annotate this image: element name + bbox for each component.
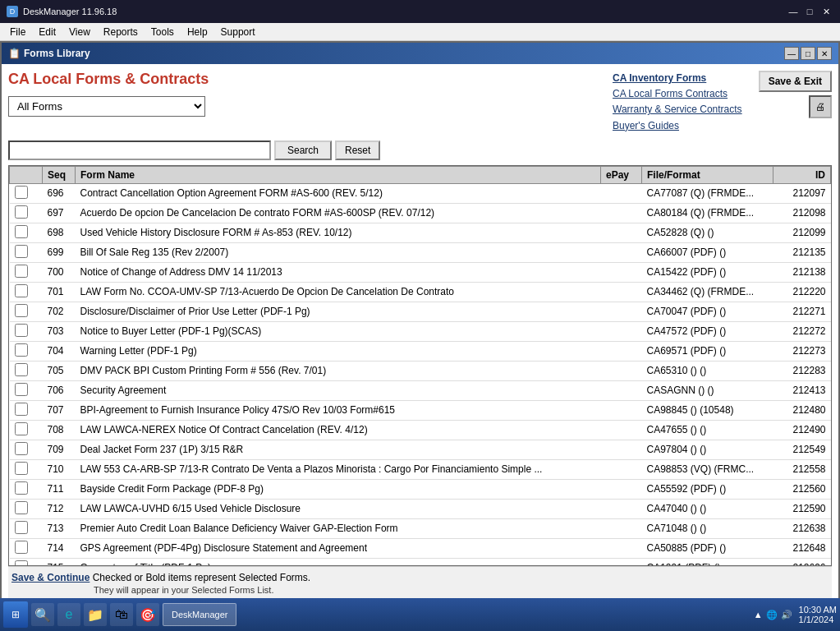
row-checkbox[interactable] [15, 422, 28, 435]
row-seq: 701 [43, 282, 76, 302]
menu-support[interactable]: Support [214, 25, 262, 39]
row-checkbox-cell[interactable] [10, 262, 43, 282]
row-form-name: Contract Cancellation Option Agreement F… [76, 183, 601, 203]
row-checkbox[interactable] [15, 383, 28, 396]
search-input[interactable] [8, 140, 271, 160]
window-title-text: Forms Library [24, 48, 90, 59]
row-checkbox-cell[interactable] [10, 223, 43, 242]
taskbar-deskmanager-app[interactable]: DeskManager [163, 603, 236, 608]
link-buyers-guides[interactable]: Buyer's Guides [613, 118, 679, 134]
minimize-button[interactable]: — [786, 5, 801, 18]
row-checkbox[interactable] [15, 521, 28, 534]
forms-table: Seq Form Name ePay File/Format ID 696 Co… [9, 166, 831, 566]
row-id: 212099 [773, 223, 831, 242]
row-checkbox[interactable] [15, 462, 28, 475]
taskbar-search-icon[interactable]: 🔍 [31, 603, 54, 608]
row-epay [601, 440, 642, 459]
row-checkbox[interactable] [15, 560, 28, 566]
row-checkbox[interactable] [15, 541, 28, 554]
row-checkbox-cell[interactable] [10, 183, 43, 203]
row-checkbox[interactable] [15, 265, 28, 278]
window-close-button[interactable]: ✕ [817, 47, 832, 60]
row-checkbox-cell[interactable] [10, 459, 43, 479]
row-checkbox[interactable] [15, 186, 28, 199]
taskbar-edge-icon[interactable]: e [57, 603, 80, 608]
row-id: 212273 [773, 341, 831, 361]
row-checkbox[interactable] [15, 501, 28, 514]
row-id: 212490 [773, 420, 831, 440]
menu-help[interactable]: Help [181, 25, 214, 39]
row-checkbox[interactable] [15, 403, 28, 416]
row-seq: 714 [43, 538, 76, 558]
taskbar-right: ▲ 🌐 🔊 10:30 AM1/1/2024 [754, 605, 837, 608]
row-checkbox[interactable] [15, 245, 28, 258]
row-checkbox-cell[interactable] [10, 558, 43, 566]
taskbar-store-icon[interactable]: 🛍 [110, 603, 133, 608]
row-checkbox[interactable] [15, 481, 28, 495]
link-ca-local-forms-contracts[interactable]: CA Local Forms Contracts [613, 86, 728, 102]
row-id: 212271 [773, 302, 831, 321]
menu-bar: File Edit View Reports Tools Help Suppor… [0, 23, 840, 41]
row-id: 212097 [773, 183, 831, 203]
link-ca-inventory-forms[interactable]: CA Inventory Forms [613, 71, 706, 86]
row-file-format: CA77087 (Q) (FRMDE... [642, 183, 773, 203]
row-file-format: CA66007 (PDF) () [642, 242, 773, 262]
menu-edit[interactable]: Edit [32, 25, 62, 39]
row-file-format: CA47572 (PDF) () [642, 321, 773, 341]
row-checkbox-cell[interactable] [10, 242, 43, 262]
search-button[interactable]: Search [274, 140, 332, 160]
row-id: 212138 [773, 262, 831, 282]
taskbar: ⊞ 🔍 e 📁 🛍 🎯 DeskManager ▲ 🌐 🔊 10:30 AM1/… [0, 598, 840, 608]
row-id: 212413 [773, 380, 831, 400]
taskbar-explorer-icon[interactable]: 📁 [84, 603, 107, 608]
row-checkbox[interactable] [15, 225, 28, 238]
maximize-button[interactable]: □ [802, 5, 817, 18]
row-checkbox[interactable] [15, 304, 28, 317]
row-form-name: GPS Agreement (PDF-4Pg) Disclosure State… [76, 538, 601, 558]
row-checkbox-cell[interactable] [10, 518, 43, 538]
save-continue-link[interactable]: Save & Continue [11, 572, 90, 583]
save-exit-button[interactable]: Save & Exit [759, 71, 832, 92]
row-form-name: Bill Of Sale Reg 135 (Rev 2/2007) [76, 242, 601, 262]
row-checkbox[interactable] [15, 205, 28, 219]
menu-view[interactable]: View [62, 25, 97, 39]
forms-filter-dropdown[interactable]: All Forms Selected Forms Unselected Form… [8, 96, 205, 117]
row-checkbox-cell[interactable] [10, 400, 43, 420]
row-checkbox-cell[interactable] [10, 440, 43, 459]
window-maximize-button[interactable]: □ [801, 47, 815, 60]
page-title: CA Local Forms & Contracts [8, 71, 209, 88]
row-checkbox-cell[interactable] [10, 538, 43, 558]
row-epay [601, 479, 642, 499]
reset-button[interactable]: Reset [335, 140, 380, 160]
row-checkbox[interactable] [15, 324, 28, 337]
row-checkbox[interactable] [15, 284, 28, 297]
row-checkbox-cell[interactable] [10, 282, 43, 302]
row-id: 212558 [773, 459, 831, 479]
row-checkbox-cell[interactable] [10, 499, 43, 518]
row-id: 212480 [773, 400, 831, 420]
row-checkbox-cell[interactable] [10, 302, 43, 321]
row-checkbox-cell[interactable] [10, 361, 43, 380]
row-checkbox[interactable] [15, 442, 28, 455]
link-warranty-service-contracts[interactable]: Warranty & Service Contracts [613, 102, 742, 117]
row-epay [601, 341, 642, 361]
menu-tools[interactable]: Tools [145, 25, 181, 39]
printer-icon[interactable]: 🖨 [809, 95, 832, 118]
row-seq: 711 [43, 479, 76, 499]
row-form-name: Security Agreement [76, 380, 601, 400]
row-checkbox[interactable] [15, 363, 28, 376]
start-button[interactable]: ⊞ [3, 601, 28, 608]
window-minimize-button[interactable]: — [784, 47, 799, 60]
row-checkbox-cell[interactable] [10, 380, 43, 400]
menu-file[interactable]: File [3, 25, 32, 39]
menu-reports[interactable]: Reports [97, 25, 145, 39]
row-checkbox-cell[interactable] [10, 479, 43, 499]
taskbar-app-icon[interactable]: 🎯 [136, 603, 159, 608]
row-checkbox[interactable] [15, 343, 28, 357]
row-checkbox-cell[interactable] [10, 321, 43, 341]
row-checkbox-cell[interactable] [10, 203, 43, 223]
col-header-seq-num: Seq [43, 166, 76, 183]
close-button[interactable]: ✕ [819, 5, 833, 18]
row-checkbox-cell[interactable] [10, 341, 43, 361]
row-checkbox-cell[interactable] [10, 420, 43, 440]
